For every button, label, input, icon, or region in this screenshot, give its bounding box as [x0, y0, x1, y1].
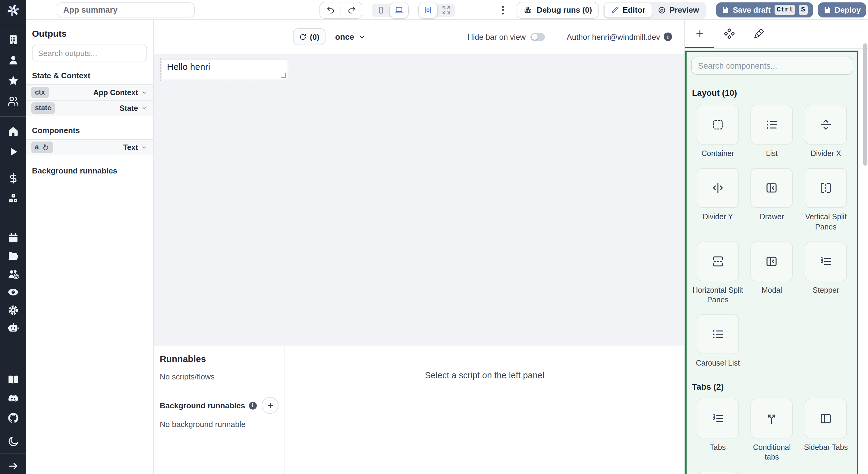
folder-open-icon[interactable] — [7, 250, 19, 262]
undo-button[interactable] — [320, 2, 341, 18]
hide-bar-toggle[interactable] — [530, 33, 545, 41]
resize-handle[interactable] — [281, 73, 286, 78]
home-icon[interactable] — [7, 125, 19, 137]
fullscreen-button[interactable] — [438, 4, 455, 16]
device-toggle — [372, 3, 409, 16]
users-icon[interactable] — [7, 95, 19, 107]
component-card-drawer[interactable] — [751, 168, 793, 208]
star-icon[interactable] — [7, 75, 19, 87]
component-item-tabs: 12Tabs — [692, 398, 744, 462]
component-card-horizontal-split[interactable] — [697, 241, 739, 281]
tab-paintbrush[interactable] — [744, 20, 773, 48]
divider-y-icon — [711, 181, 724, 195]
eye-icon — [7, 286, 19, 298]
dollar-sign-icon[interactable] — [7, 172, 19, 184]
component-card-list[interactable] — [751, 105, 793, 144]
list-icon — [765, 118, 778, 131]
desktop-view-button[interactable] — [390, 2, 408, 18]
user-icon — [7, 54, 19, 66]
search-components-input[interactable] — [691, 57, 852, 75]
windmill-logo-icon[interactable] — [6, 3, 20, 18]
moon-icon[interactable] — [7, 435, 19, 447]
save-draft-button[interactable]: Save draft Ctrl S — [716, 2, 813, 18]
github-icon[interactable] — [7, 412, 19, 424]
component-card-vertical-split[interactable] — [805, 168, 847, 208]
grid-cell-text-component[interactable]: Hello henri — [160, 58, 289, 81]
output-row-component-a[interactable]: a Text — [26, 140, 153, 156]
component-card-stepper[interactable]: 12 — [805, 241, 847, 281]
undo-redo-group — [319, 1, 362, 19]
refresh-runs-button[interactable]: (0) — [293, 28, 326, 45]
tab-plus[interactable] — [685, 20, 714, 48]
output-row-ctx[interactable]: ctx App Context — [26, 85, 153, 101]
component-card-container[interactable] — [697, 105, 739, 144]
component-card-divider-x[interactable] — [805, 105, 847, 144]
outputs-title: Outputs — [32, 28, 147, 39]
scrollbar-thumb[interactable] — [863, 43, 867, 166]
app-canvas[interactable]: Hello henri — [154, 54, 684, 346]
center-align-button[interactable] — [419, 2, 437, 18]
book-open-icon[interactable] — [7, 373, 19, 385]
component-card-tabs[interactable]: 12 — [697, 398, 739, 438]
info-icon[interactable]: i — [249, 402, 256, 410]
bot-icon — [7, 322, 19, 334]
components-diamonds-icon — [724, 28, 735, 39]
eye-icon[interactable] — [7, 286, 19, 298]
search-outputs-input[interactable] — [32, 44, 147, 61]
svg-text:2: 2 — [821, 259, 824, 264]
container-icon — [711, 118, 724, 131]
building-icon[interactable] — [7, 34, 19, 46]
conditional-tabs-icon — [765, 412, 778, 425]
output-row-state[interactable]: state State — [26, 101, 153, 116]
plus-icon — [694, 28, 705, 39]
building-icon — [7, 34, 19, 46]
app-summary-input[interactable] — [57, 2, 195, 18]
view-toggle — [418, 3, 455, 16]
component-card-divider-y[interactable] — [697, 168, 739, 208]
deploy-button[interactable]: Deploy — [818, 2, 866, 18]
editor-tab[interactable]: Editor — [604, 3, 651, 17]
canvas-column: (0) once Hide bar on view Author henri@w… — [154, 20, 684, 474]
boxes-icon — [7, 193, 19, 205]
calendar-icon — [7, 232, 19, 244]
plus-icon — [266, 402, 274, 410]
debug-runs-button[interactable]: Debug runs (0) — [517, 1, 598, 19]
calendar-icon[interactable] — [7, 232, 19, 244]
add-background-runnable-button[interactable] — [261, 397, 278, 414]
component-label: Sidebar Tabs — [804, 442, 848, 452]
redo-button[interactable] — [341, 2, 362, 18]
run-mode-dropdown[interactable]: once — [335, 28, 366, 45]
more-menu-button[interactable] — [498, 6, 508, 14]
component-card-modal[interactable] — [751, 241, 793, 281]
chevron-down-icon[interactable] — [141, 89, 148, 96]
app-window: Debug runs (0) Editor Preview — [0, 0, 868, 474]
text-component[interactable]: Hello henri — [161, 59, 288, 80]
component-card-carousel-list[interactable] — [697, 315, 739, 354]
component-label: Stepper — [813, 285, 839, 296]
play-icon[interactable] — [7, 146, 19, 158]
chevron-down-icon[interactable] — [141, 105, 148, 111]
component-card-sidebar-tabs[interactable] — [805, 398, 847, 438]
discord-icon[interactable] — [7, 393, 19, 405]
text-component-value: Hello henri — [167, 61, 210, 72]
component-label: Drawer — [760, 212, 784, 222]
component-card-invisible-tabs[interactable] — [697, 472, 739, 474]
component-card-conditional-tabs[interactable] — [751, 398, 793, 438]
preview-tab[interactable]: Preview — [651, 3, 705, 17]
component-label: Modal — [762, 285, 782, 296]
tab-components-diamonds[interactable] — [714, 20, 744, 48]
expand-icon — [441, 5, 451, 14]
chevron-down-icon[interactable] — [141, 144, 148, 150]
boxes-icon[interactable] — [7, 193, 19, 205]
deploy-label: Deploy — [835, 5, 861, 14]
user-icon[interactable] — [7, 54, 19, 66]
bot-icon[interactable] — [7, 322, 19, 334]
users-settings-icon[interactable] — [7, 268, 19, 280]
vertical-split-icon — [819, 181, 832, 195]
mobile-view-button[interactable] — [373, 4, 390, 16]
settings-gear-icon[interactable] — [7, 304, 19, 316]
arrow-right-icon[interactable] — [7, 460, 19, 472]
info-icon[interactable]: i — [664, 33, 672, 41]
pencil-icon — [611, 6, 619, 14]
select-script-hint: Select a script on the left panel — [425, 371, 545, 380]
